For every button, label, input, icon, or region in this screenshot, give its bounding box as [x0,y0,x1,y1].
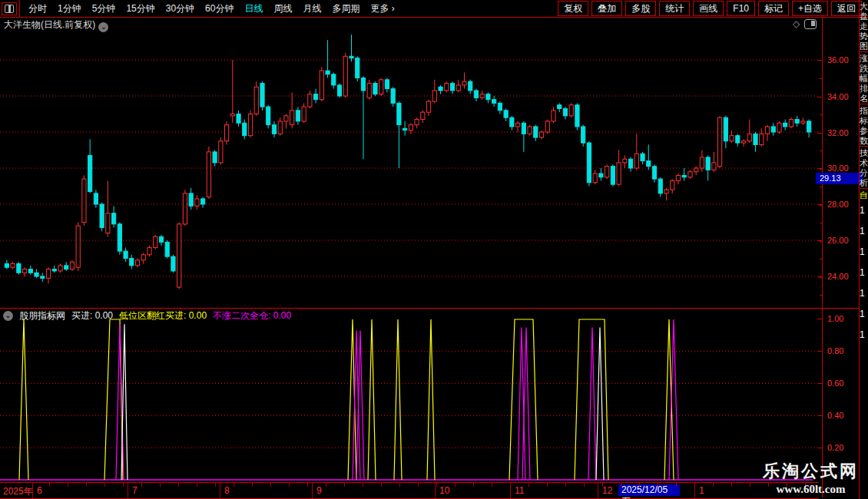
candle-up [760,134,764,144]
period-tab-60分钟[interactable]: 60分钟 [200,2,239,15]
candle-down [171,256,175,271]
date-tick [68,483,68,487]
candle-down [807,121,811,132]
date-tick [455,483,456,487]
axis-minor-tick [820,187,823,187]
window-icon[interactable] [804,19,817,29]
strip-section-3[interactable]: 技术分析 [860,147,868,189]
toolbar-button-返回[interactable]: 返回 [831,1,862,16]
candle-up [617,163,621,184]
candle-up [664,190,668,193]
candle-up [195,199,199,206]
candlestick-chart[interactable] [0,31,819,309]
candle-down [100,204,104,228]
period-tab-多周期[interactable]: 多周期 [326,2,365,15]
candle-down [373,84,377,94]
period-tab-更多 ›[interactable]: 更多 › [365,2,399,15]
toolbar-button-标记[interactable]: 标记 [758,1,789,16]
strip-char: 名 [860,94,868,104]
axis-minor-tick [820,241,823,242]
period-tab-周线[interactable]: 周线 [268,2,297,15]
candle-down [237,114,240,124]
toolbar-button-复权[interactable]: 复权 [558,1,588,16]
candle-up [539,132,543,137]
candle-down [628,159,632,168]
date-tick [658,483,658,487]
toolbar-button-F10[interactable]: F10 [727,1,755,16]
signal-spike [348,319,356,480]
axis-label-0.20: 0.20 [827,443,843,452]
candle-down [112,213,116,224]
candle-up [224,125,228,141]
tdx-app-window: 分时1分钟5分钟15分钟30分钟60分钟日线周线月线多周期更多 › 复权叠加多股… [0,0,868,499]
candle-down [510,117,514,127]
month-label-12: 12 [602,485,612,496]
candle-up [58,266,62,271]
signal-spike [664,319,674,480]
candle-up [379,80,383,94]
candle-down [771,127,775,132]
toolbar-button-+自选[interactable]: +自选 [792,1,828,16]
strip-section-1[interactable]: 涨跌幅排名 [860,52,868,104]
year-label: 2025年 [3,485,33,498]
layout-split-button[interactable] [2,2,17,15]
right-edge-strip[interactable]: 大盘走势图涨跌幅排名指标参数技术分析自1111111 [859,0,868,499]
candle-down [795,120,799,124]
month-separator [435,483,436,498]
period-tab-30分钟[interactable]: 30分钟 [161,2,200,15]
date-tick [528,483,529,487]
axis-minor-tick [820,295,823,296]
date-tick [104,483,105,487]
candle-up [278,121,282,134]
period-tab-月线[interactable]: 月线 [297,2,326,15]
axis-minor-tick [820,205,823,206]
strip-section-2[interactable]: 指标参数 [860,104,868,147]
period-tab-分时[interactable]: 分时 [23,2,52,15]
signal-spike [588,327,596,480]
toolbar-button-多股[interactable]: 多股 [625,1,656,16]
month-separator [128,483,128,498]
period-tab-15分钟[interactable]: 15分钟 [121,2,160,15]
strip-char: 排 [860,84,868,94]
candle-up [22,269,26,273]
candle-down [558,105,562,109]
candle-up [135,260,139,266]
strip-char: 分 [860,168,868,178]
candle-up [671,180,674,190]
date-tick [694,483,695,487]
period-tab-5分钟[interactable]: 5分钟 [87,2,121,15]
signal-spike [121,324,128,480]
candle-up [219,141,223,163]
date-axis[interactable]: 2025年 2025/12/05五 67891011121 [0,482,819,499]
date-tick [289,483,290,487]
candle-down [159,236,163,242]
candle-up [82,179,86,222]
watermark: 乐淘公式网 www.60lt.com [763,460,859,496]
candle-up [605,167,609,177]
candle-down [474,91,478,97]
strip-char: 跌 [860,64,868,74]
month-separator [598,483,598,498]
strip-section-0[interactable]: 大盘走势图 [860,0,868,52]
candle-down [647,161,651,167]
candle-down [641,154,644,160]
toolbar-button-叠加[interactable]: 叠加 [591,1,622,16]
axis-tick [817,448,823,448]
indicator-chart[interactable] [0,310,819,484]
candle-down [88,156,92,192]
strip-char: 走 [860,21,868,31]
toolbar-button-统计[interactable]: 统计 [659,1,690,16]
diamond-icon[interactable]: ◇ [793,18,800,29]
candle-up [528,127,532,134]
axis-minor-tick [820,78,823,79]
date-tick [160,483,161,487]
period-tab-日线[interactable]: 日线 [239,2,268,15]
toolbar-button-画线[interactable]: 画线 [693,1,724,16]
candle-down [201,199,205,204]
candle-down [652,167,656,179]
period-tab-1分钟[interactable]: 1分钟 [52,2,87,15]
axis-label-24.00: 24.00 [827,272,849,281]
month-label-11: 11 [515,485,524,496]
candle-up [284,116,288,121]
candle-down [534,127,538,137]
